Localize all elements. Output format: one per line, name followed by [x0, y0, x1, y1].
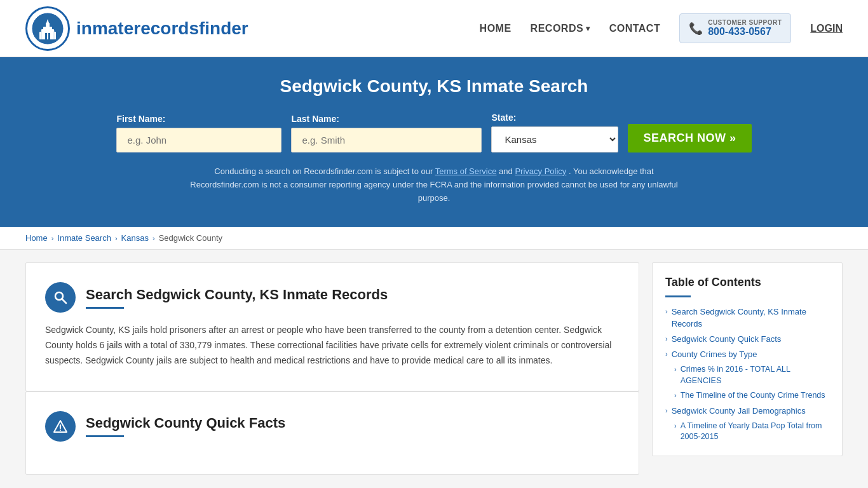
last-name-label: Last Name: — [291, 114, 339, 124]
toc-title: Table of Contents — [665, 276, 829, 289]
toc-link-2[interactable]: County Crimes by Type — [672, 349, 757, 360]
svg-rect-6 — [45, 33, 47, 39]
sidebar: Table of Contents › Search Sedgwick Coun… — [652, 262, 843, 474]
toc-item-0: › Search Sedgwick County, KS Inmate Reco… — [665, 306, 829, 329]
search-form: First Name: Last Name: State: Kansas SEA… — [25, 112, 843, 152]
breadcrumb-sep-3: › — [153, 234, 155, 242]
breadcrumb-sep-1: › — [51, 234, 54, 242]
toc-chevron-1: › — [665, 335, 668, 342]
card-title-underline-qf — [86, 435, 124, 437]
card-title-quickfacts: Sedgwick County Quick Facts — [86, 415, 285, 431]
card-title-underline — [86, 307, 124, 309]
toc-item-3: › Crimes % in 2016 - TOTAL ALL AGENCIES — [674, 364, 829, 386]
breadcrumb-kansas[interactable]: Kansas — [121, 233, 149, 243]
site-header: inmaterecordsfinder HOME RECORDS ▾ CONTA… — [0, 0, 868, 57]
toc-link-4[interactable]: The Timeline of the County Crime Trends — [681, 390, 825, 402]
breadcrumb-sep-2: › — [115, 234, 118, 242]
toc-chevron-0: › — [665, 308, 668, 315]
privacy-link[interactable]: Privacy Policy — [515, 166, 566, 176]
toc-chevron-4: › — [674, 391, 677, 399]
breadcrumb-current: Sedgwick County — [159, 233, 222, 243]
login-button[interactable]: LOGIN — [810, 23, 843, 34]
card-title-wrapper: Search Sedgwick County, KS Inmate Record… — [86, 287, 388, 309]
card-header-search: Search Sedgwick County, KS Inmate Record… — [45, 282, 620, 313]
toc-card: Table of Contents › Search Sedgwick Coun… — [652, 262, 843, 456]
svg-rect-4 — [46, 23, 50, 27]
toc-chevron-5: › — [665, 407, 668, 414]
toc-sublist: › Crimes % in 2016 - TOTAL ALL AGENCIES … — [665, 364, 829, 402]
breadcrumb-inmate-search[interactable]: Inmate Search — [57, 233, 111, 243]
svg-rect-7 — [48, 33, 50, 39]
breadcrumb-home[interactable]: Home — [25, 233, 48, 243]
toc-link-6[interactable]: A Timeline of Yearly Data Pop Total from… — [681, 421, 829, 443]
toc-link-3[interactable]: Crimes % in 2016 - TOTAL ALL AGENCIES — [681, 364, 829, 386]
chevron-down-icon: ▾ — [586, 24, 590, 33]
svg-line-11 — [62, 299, 66, 303]
first-name-group: First Name: — [116, 114, 281, 152]
support-text: CUSTOMER SUPPORT 800-433-0567 — [708, 19, 782, 37]
state-label: State: — [491, 112, 516, 123]
hero-section: Sedgwick County, KS Inmate Search First … — [0, 57, 868, 227]
content-area: Search Sedgwick County, KS Inmate Record… — [25, 262, 639, 474]
terms-link[interactable]: Terms of Service — [435, 166, 497, 176]
toc-sublist-2: › A Timeline of Yearly Data Pop Total fr… — [665, 421, 829, 443]
toc-list: › Search Sedgwick County, KS Inmate Reco… — [665, 306, 829, 442]
toc-link-1[interactable]: Sedgwick County Quick Facts — [672, 334, 782, 345]
hero-disclaimer: Conducting a search on Recordsfinder.com… — [186, 165, 682, 205]
toc-item-2: › County Crimes by Type — [665, 349, 829, 360]
svg-rect-9 — [53, 30, 55, 39]
toc-item-6: › A Timeline of Yearly Data Pop Total fr… — [674, 421, 829, 443]
logo-icon — [25, 6, 70, 51]
logo-area: inmaterecordsfinder — [25, 6, 248, 51]
customer-support-box[interactable]: 📞 CUSTOMER SUPPORT 800-433-0567 — [679, 13, 791, 43]
toc-item-5: › Sedgwick County Jail Demographics — [665, 405, 829, 417]
toc-divider — [665, 295, 691, 297]
search-icon-circle — [45, 282, 76, 313]
main-nav: HOME RECORDS ▾ CONTACT 📞 CUSTOMER SUPPOR… — [480, 13, 843, 43]
search-records-card: Search Sedgwick County, KS Inmate Record… — [25, 262, 639, 391]
toc-chevron-3: › — [674, 365, 677, 373]
svg-rect-8 — [41, 30, 42, 39]
logo-text: inmaterecordsfinder — [76, 18, 248, 39]
quick-facts-card: Sedgwick County Quick Facts — [25, 391, 639, 475]
last-name-input[interactable] — [291, 128, 482, 152]
first-name-label: First Name: — [116, 114, 165, 124]
card-header-quickfacts: Sedgwick County Quick Facts — [45, 411, 620, 442]
card-title-search: Search Sedgwick County, KS Inmate Record… — [86, 287, 388, 303]
nav-contact[interactable]: CONTACT — [609, 23, 661, 34]
svg-point-14 — [60, 430, 61, 431]
search-button[interactable]: SEARCH NOW » — [628, 124, 751, 152]
nav-records[interactable]: RECORDS ▾ — [531, 23, 590, 34]
toc-link-0[interactable]: Search Sedgwick County, KS Inmate Record… — [672, 306, 829, 329]
breadcrumb: Home › Inmate Search › Kansas › Sedgwick… — [0, 227, 868, 250]
card-body-search: Sedgwick County, KS jails hold prisoners… — [45, 323, 620, 368]
warning-icon-circle — [45, 411, 76, 442]
phone-icon: 📞 — [689, 22, 703, 36]
toc-chevron-2: › — [665, 350, 668, 358]
state-group: State: Kansas — [491, 112, 618, 152]
state-select[interactable]: Kansas — [491, 126, 618, 152]
card-title-wrapper-qf: Sedgwick County Quick Facts — [86, 415, 285, 437]
last-name-group: Last Name: — [291, 114, 482, 152]
main-content: Search Sedgwick County, KS Inmate Record… — [0, 250, 868, 487]
toc-item-4: › The Timeline of the County Crime Trend… — [674, 390, 829, 402]
first-name-input[interactable] — [116, 128, 281, 152]
toc-chevron-6: › — [674, 422, 677, 430]
nav-home[interactable]: HOME — [480, 23, 512, 34]
toc-item-1: › Sedgwick County Quick Facts — [665, 334, 829, 345]
toc-link-5[interactable]: Sedgwick County Jail Demographics — [672, 405, 806, 417]
hero-title: Sedgwick County, KS Inmate Search — [25, 76, 843, 97]
